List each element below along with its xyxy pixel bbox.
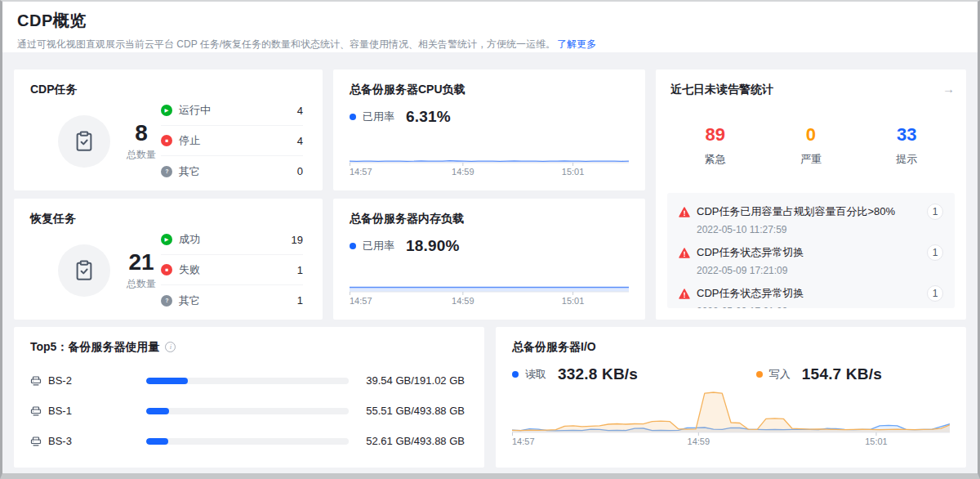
cdp-tasks-title: CDP任务 [30, 83, 306, 96]
recovery-status-list: ▶ 成功 19 ■ 失败 1 ? 其它 1 [161, 225, 303, 316]
orange-legend-dot [756, 371, 763, 378]
memory-usage-value: 18.90% [406, 237, 460, 255]
other-status-icon: ? [161, 166, 172, 177]
recovery-tasks-total-label: 总数量 [127, 277, 156, 291]
warning-triangle-icon [679, 207, 690, 217]
running-status-icon: ▶ [161, 105, 172, 116]
alert-time: 2022-05-09 17:21:09 [697, 306, 943, 308]
status-label: 失败 [179, 262, 200, 277]
svg-text:15:01: 15:01 [865, 436, 888, 446]
blue-legend-dot [350, 243, 356, 249]
recovery-tasks-total: 21 总数量 [127, 250, 156, 291]
alert-title: CDP任务状态异常切换 [697, 245, 804, 260]
critical-label: 紧急 [667, 152, 763, 167]
cdp-tasks-body: 8 总数量 ▶ 运行中 4 ■ 停止 4 [30, 96, 306, 186]
server-usage-row: BS-2 39.54 GB/191.02 GB [30, 365, 465, 396]
status-label: 运行中 [179, 103, 211, 118]
usage-text: 55.51 GB/493.88 GB [357, 405, 465, 417]
dashboard-content: CDP任务 8 总数量 [2, 52, 978, 468]
svg-text:14:59: 14:59 [688, 436, 710, 446]
alert-title: CDP任务状态异常切换 [697, 286, 804, 301]
status-value: 4 [297, 135, 303, 147]
recovery-tasks-title: 恢复任务 [30, 212, 306, 225]
memory-legend-row: 已用率 18.90% [350, 237, 629, 255]
memory-load-card: 总备份服务器内存负载 已用率 18.90% 14:5714:5915:01 [333, 199, 645, 320]
recovery-tasks-card: 恢复任务 21 总数量 [14, 199, 323, 320]
learn-more-link[interactable]: 了解更多 [557, 38, 596, 50]
alert-item[interactable]: CDP任务状态异常切换 1 2022-05-09 17:21:09 [679, 285, 943, 308]
server-icon [30, 375, 42, 387]
status-row-other: ? 其它 1 [161, 285, 303, 316]
cdp-tasks-total-label: 总数量 [127, 148, 156, 162]
usage-bar-fill [146, 378, 188, 384]
svg-text:15:01: 15:01 [562, 296, 585, 306]
status-label: 其它 [179, 164, 200, 179]
page-subtitle-text: 通过可视化视图直观展示当前云平台 CDP 任务/恢复任务的数量和状态统计、容量使… [17, 38, 555, 50]
status-value: 19 [292, 234, 303, 246]
blue-legend-dot [512, 371, 519, 378]
arrow-right-icon[interactable]: → [942, 83, 955, 95]
clipboard-check-icon [58, 244, 110, 297]
svg-text:14:57: 14:57 [350, 296, 372, 306]
status-row-stopped: ■ 停止 4 [161, 126, 303, 156]
info-icon[interactable]: i [165, 342, 176, 352]
server-name: BS-2 [48, 374, 146, 387]
io-chart: 14:5714:5915:01 [512, 383, 950, 447]
usage-text: 39.54 GB/191.02 GB [357, 374, 465, 387]
alert-stat-info: 33 提示 [859, 125, 955, 167]
alert-stats: 89 紧急 0 严重 33 提示 [667, 125, 955, 167]
cdp-tasks-card: CDP任务 8 总数量 [14, 69, 323, 190]
clipboard-check-icon [58, 115, 110, 168]
cdp-tasks-total: 8 总数量 [127, 121, 156, 162]
read-legend: 读取 332.8 KB/s [512, 365, 638, 383]
cpu-load-chart: 14:5714:5915:01 [350, 135, 629, 177]
io-legend-row: 读取 332.8 KB/s 写入 154.7 KB/s [512, 365, 950, 383]
alert-stat-critical: 89 紧急 [667, 125, 763, 167]
status-label: 其它 [179, 293, 200, 308]
memory-legend-label: 已用率 [363, 239, 394, 253]
memory-load-title: 总备份服务器内存负载 [350, 212, 629, 225]
alert-list-panel: CDP任务已用容量占规划容量百分比>80% 1 2022-05-10 11:27… [667, 193, 955, 308]
top5-usage-card: Top5：备份服务器使用量 i BS-2 39.54 GB/191.02 GB [14, 327, 484, 468]
cpu-legend-label: 已用率 [363, 110, 394, 124]
info-count: 33 [859, 125, 955, 145]
severe-count: 0 [763, 125, 858, 145]
status-label: 成功 [179, 232, 200, 247]
write-legend: 写入 154.7 KB/s [756, 365, 882, 383]
io-card: 总备份服务器I/O 读取 332.8 KB/s 写入 154.7 KB/s 14… [496, 327, 966, 468]
read-label: 读取 [525, 367, 546, 382]
status-value: 0 [297, 165, 303, 177]
server-usage-row: BS-3 52.61 GB/493.88 GB [30, 426, 465, 456]
page: CDP概览 通过可视化视图直观展示当前云平台 CDP 任务/恢复任务的数量和状态… [2, 2, 978, 468]
server-usage-row: BS-1 55.51 GB/493.88 GB [30, 396, 465, 426]
status-value: 1 [297, 264, 303, 276]
page-title: CDP概览 [17, 10, 963, 32]
status-row-other: ? 其它 0 [161, 156, 303, 186]
cdp-tasks-total-count: 8 [127, 121, 156, 145]
recovery-tasks-body: 21 总数量 ▶ 成功 19 ■ 失败 1 [30, 225, 306, 316]
cdp-tasks-total-block: 8 总数量 [58, 115, 156, 168]
top5-title: Top5：备份服务器使用量 [30, 340, 159, 353]
server-name: BS-1 [48, 405, 146, 417]
status-row-failed: ■ 失败 1 [161, 255, 303, 285]
cpu-load-title: 总备份服务器CPU负载 [350, 83, 629, 96]
recovery-tasks-total-block: 21 总数量 [58, 244, 156, 297]
cpu-usage-value: 6.31% [406, 108, 451, 126]
svg-text:15:01: 15:01 [562, 167, 585, 177]
alert-stat-severe: 0 严重 [763, 125, 858, 167]
status-row-success: ▶ 成功 19 [161, 225, 303, 255]
write-value: 154.7 KB/s [802, 365, 882, 383]
alert-item[interactable]: CDP任务已用容量占规划容量百分比>80% 1 2022-05-10 11:27… [679, 204, 943, 235]
svg-text:14:57: 14:57 [350, 167, 372, 177]
alert-count-badge: 1 [927, 244, 943, 261]
server-name: BS-3 [48, 435, 146, 447]
alert-count-badge: 1 [927, 285, 943, 302]
server-usage-list: BS-2 39.54 GB/191.02 GB BS-1 [30, 365, 465, 456]
alert-item[interactable]: CDP任务状态异常切换 1 2022-05-09 17:21:09 [679, 244, 943, 276]
alert-title: CDP任务已用容量占规划容量百分比>80% [697, 204, 895, 219]
failed-status-icon: ■ [161, 264, 172, 275]
read-value: 332.8 KB/s [558, 365, 638, 383]
usage-bar-fill [146, 408, 169, 414]
success-status-icon: ▶ [161, 234, 172, 245]
warning-triangle-icon [679, 289, 690, 299]
